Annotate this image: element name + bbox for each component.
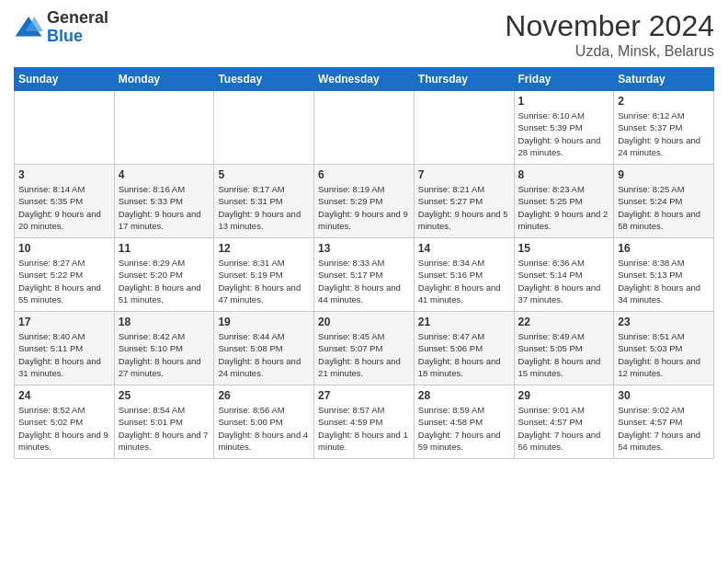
calendar-cell-w3-d3: 12Sunrise: 8:31 AM Sunset: 5:19 PM Dayli…	[214, 238, 314, 312]
calendar-cell-w5-d7: 30Sunrise: 9:02 AM Sunset: 4:57 PM Dayli…	[614, 385, 714, 459]
day-number: 16	[618, 242, 710, 255]
logo-icon	[14, 13, 43, 42]
calendar-cell-w2-d3: 5Sunrise: 8:17 AM Sunset: 5:31 PM Daylig…	[214, 165, 314, 238]
logo-text: General Blue	[47, 9, 108, 46]
calendar-cell-w2-d4: 6Sunrise: 8:19 AM Sunset: 5:29 PM Daylig…	[314, 165, 415, 238]
calendar-cell-w4-d4: 20Sunrise: 8:45 AM Sunset: 5:07 PM Dayli…	[314, 312, 415, 385]
calendar-cell-w1-d7: 2Sunrise: 8:12 AM Sunset: 5:37 PM Daylig…	[614, 91, 714, 165]
day-number: 26	[218, 389, 310, 402]
calendar-cell-w5-d1: 24Sunrise: 8:52 AM Sunset: 5:02 PM Dayli…	[15, 385, 115, 459]
location: Uzda, Minsk, Belarus	[505, 43, 714, 60]
day-number: 4	[119, 168, 210, 181]
day-info: Sunrise: 8:17 AM Sunset: 5:31 PM Dayligh…	[218, 183, 310, 232]
day-number: 6	[318, 168, 410, 181]
calendar-header: Sunday Monday Tuesday Wednesday Thursday…	[15, 68, 714, 91]
day-number: 23	[618, 316, 710, 328]
calendar-cell-w2-d2: 4Sunrise: 8:16 AM Sunset: 5:33 PM Daylig…	[114, 165, 214, 238]
day-info: Sunrise: 8:51 AM Sunset: 5:03 PM Dayligh…	[618, 330, 710, 379]
day-number: 17	[18, 316, 110, 328]
logo-blue-text: Blue	[47, 28, 108, 46]
day-info: Sunrise: 8:12 AM Sunset: 5:37 PM Dayligh…	[618, 109, 710, 158]
day-info: Sunrise: 8:57 AM Sunset: 4:59 PM Dayligh…	[318, 404, 410, 453]
day-info: Sunrise: 8:40 AM Sunset: 5:11 PM Dayligh…	[18, 330, 110, 379]
calendar-cell-w2-d1: 3Sunrise: 8:14 AM Sunset: 5:35 PM Daylig…	[15, 165, 115, 238]
calendar-cell-w2-d5: 7Sunrise: 8:21 AM Sunset: 5:27 PM Daylig…	[414, 165, 514, 238]
calendar-cell-w5-d2: 25Sunrise: 8:54 AM Sunset: 5:01 PM Dayli…	[114, 385, 214, 459]
day-number: 30	[618, 389, 710, 402]
header-wednesday: Wednesday	[314, 68, 415, 91]
calendar-cell-w5-d5: 28Sunrise: 8:59 AM Sunset: 4:58 PM Dayli…	[414, 385, 514, 459]
day-number: 13	[318, 242, 410, 255]
day-info: Sunrise: 8:44 AM Sunset: 5:08 PM Dayligh…	[218, 330, 310, 379]
day-number: 11	[119, 242, 210, 255]
header-row: Sunday Monday Tuesday Wednesday Thursday…	[15, 68, 714, 91]
day-number: 8	[518, 168, 610, 181]
calendar: Sunday Monday Tuesday Wednesday Thursday…	[14, 67, 714, 459]
day-number: 25	[119, 389, 210, 402]
calendar-week-4: 17Sunrise: 8:40 AM Sunset: 5:11 PM Dayli…	[15, 312, 714, 385]
header-monday: Monday	[114, 68, 214, 91]
calendar-cell-w1-d5	[414, 91, 514, 165]
day-number: 22	[518, 316, 610, 328]
day-info: Sunrise: 8:14 AM Sunset: 5:35 PM Dayligh…	[18, 183, 110, 232]
day-number: 7	[418, 168, 510, 181]
day-info: Sunrise: 8:27 AM Sunset: 5:22 PM Dayligh…	[18, 257, 110, 305]
day-number: 20	[318, 316, 410, 328]
day-info: Sunrise: 8:21 AM Sunset: 5:27 PM Dayligh…	[418, 183, 510, 232]
month-title: November 2024	[505, 9, 714, 43]
calendar-week-3: 10Sunrise: 8:27 AM Sunset: 5:22 PM Dayli…	[15, 238, 714, 312]
day-number: 18	[119, 316, 210, 328]
calendar-cell-w5-d4: 27Sunrise: 8:57 AM Sunset: 4:59 PM Dayli…	[314, 385, 415, 459]
day-number: 1	[518, 95, 610, 108]
calendar-cell-w2-d7: 9Sunrise: 8:25 AM Sunset: 5:24 PM Daylig…	[614, 165, 714, 238]
logo-general-text: General	[47, 9, 108, 28]
logo: General Blue	[14, 9, 108, 46]
calendar-cell-w4-d1: 17Sunrise: 8:40 AM Sunset: 5:11 PM Dayli…	[15, 312, 115, 385]
day-number: 21	[418, 316, 510, 328]
calendar-cell-w3-d5: 14Sunrise: 8:34 AM Sunset: 5:16 PM Dayli…	[414, 238, 514, 312]
day-info: Sunrise: 8:36 AM Sunset: 5:14 PM Dayligh…	[518, 257, 610, 305]
calendar-cell-w4-d2: 18Sunrise: 8:42 AM Sunset: 5:10 PM Dayli…	[114, 312, 214, 385]
calendar-cell-w4-d5: 21Sunrise: 8:47 AM Sunset: 5:06 PM Dayli…	[414, 312, 514, 385]
calendar-cell-w5-d3: 26Sunrise: 8:56 AM Sunset: 5:00 PM Dayli…	[214, 385, 314, 459]
day-number: 27	[318, 389, 410, 402]
title-area: November 2024 Uzda, Minsk, Belarus	[505, 9, 714, 60]
calendar-cell-w1-d2	[114, 91, 214, 165]
day-info: Sunrise: 8:25 AM Sunset: 5:24 PM Dayligh…	[618, 183, 710, 232]
day-info: Sunrise: 8:19 AM Sunset: 5:29 PM Dayligh…	[318, 183, 410, 232]
day-number: 24	[18, 389, 110, 402]
calendar-cell-w1-d3	[214, 91, 314, 165]
day-number: 3	[18, 168, 110, 181]
calendar-cell-w3-d1: 10Sunrise: 8:27 AM Sunset: 5:22 PM Dayli…	[15, 238, 115, 312]
day-info: Sunrise: 8:49 AM Sunset: 5:05 PM Dayligh…	[518, 330, 610, 379]
calendar-cell-w1-d6: 1Sunrise: 8:10 AM Sunset: 5:39 PM Daylig…	[514, 91, 614, 165]
day-info: Sunrise: 8:34 AM Sunset: 5:16 PM Dayligh…	[418, 257, 510, 305]
calendar-cell-w3-d2: 11Sunrise: 8:29 AM Sunset: 5:20 PM Dayli…	[114, 238, 214, 312]
day-info: Sunrise: 8:23 AM Sunset: 5:25 PM Dayligh…	[518, 183, 610, 232]
header-saturday: Saturday	[614, 68, 714, 91]
header-sunday: Sunday	[15, 68, 115, 91]
day-info: Sunrise: 9:01 AM Sunset: 4:57 PM Dayligh…	[518, 404, 610, 453]
calendar-cell-w3-d7: 16Sunrise: 8:38 AM Sunset: 5:13 PM Dayli…	[614, 238, 714, 312]
calendar-week-5: 24Sunrise: 8:52 AM Sunset: 5:02 PM Dayli…	[15, 385, 714, 459]
day-number: 5	[218, 168, 310, 181]
day-number: 12	[218, 242, 310, 255]
day-number: 10	[18, 242, 110, 255]
day-info: Sunrise: 8:38 AM Sunset: 5:13 PM Dayligh…	[618, 257, 710, 305]
page-container: General Blue November 2024 Uzda, Minsk, …	[0, 0, 728, 468]
calendar-cell-w3-d6: 15Sunrise: 8:36 AM Sunset: 5:14 PM Dayli…	[514, 238, 614, 312]
day-number: 2	[618, 95, 710, 108]
day-number: 28	[418, 389, 510, 402]
header: General Blue November 2024 Uzda, Minsk, …	[14, 9, 714, 60]
calendar-week-2: 3Sunrise: 8:14 AM Sunset: 5:35 PM Daylig…	[15, 165, 714, 238]
calendar-cell-w1-d1	[15, 91, 115, 165]
day-number: 9	[618, 168, 710, 181]
day-info: Sunrise: 8:47 AM Sunset: 5:06 PM Dayligh…	[418, 330, 510, 379]
day-info: Sunrise: 8:33 AM Sunset: 5:17 PM Dayligh…	[318, 257, 410, 305]
header-thursday: Thursday	[414, 68, 514, 91]
day-number: 19	[218, 316, 310, 328]
calendar-body: 1Sunrise: 8:10 AM Sunset: 5:39 PM Daylig…	[15, 91, 714, 459]
day-info: Sunrise: 8:31 AM Sunset: 5:19 PM Dayligh…	[218, 257, 310, 305]
calendar-cell-w4-d6: 22Sunrise: 8:49 AM Sunset: 5:05 PM Dayli…	[514, 312, 614, 385]
calendar-cell-w5-d6: 29Sunrise: 9:01 AM Sunset: 4:57 PM Dayli…	[514, 385, 614, 459]
